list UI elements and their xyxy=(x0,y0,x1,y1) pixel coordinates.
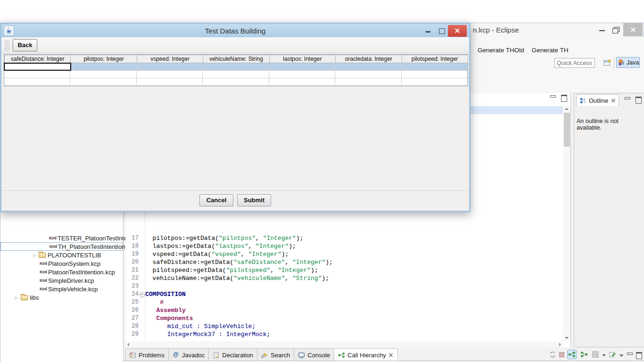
java-perspective-button[interactable]: J Java xyxy=(616,57,640,68)
code-line[interactable]: 22 vehiculeName:=getData("vehiculeName",… xyxy=(125,274,563,282)
explorer-item[interactable]: PLATOONTESTLIB xyxy=(0,251,123,259)
table-cell[interactable] xyxy=(336,63,402,70)
tab-call-hierarchy[interactable]: Call Hierarchy xyxy=(334,348,398,361)
minimize-view-icon[interactable] xyxy=(550,95,556,100)
quick-access-input[interactable] xyxy=(554,58,595,68)
restore-button[interactable] xyxy=(609,24,623,36)
code-line[interactable]: 27 Components xyxy=(125,314,563,322)
table-row[interactable] xyxy=(4,78,468,86)
code-line[interactable]: 23 xyxy=(125,282,563,290)
maximize-view-icon[interactable] xyxy=(636,352,642,357)
column-header[interactable]: pilotpos: Integer xyxy=(70,55,137,63)
scrollbar-thumb[interactable] xyxy=(564,113,570,147)
table-cell[interactable] xyxy=(203,78,269,85)
table-cell[interactable] xyxy=(70,78,136,85)
history-list-icon[interactable] xyxy=(592,351,599,358)
column-header[interactable]: vspeed: Integer xyxy=(137,55,203,63)
table-cell[interactable] xyxy=(402,71,468,78)
code-line[interactable]: 19 vspeed:=getData("vspeed", "Integer"); xyxy=(125,250,563,258)
explorer-item[interactable]: KmlTESTER_PlatoonTestInten xyxy=(0,234,123,242)
submit-button[interactable]: Submit xyxy=(237,194,271,206)
column-header[interactable]: lastpos: Integer xyxy=(269,55,336,63)
code-segment: "Integer" xyxy=(256,243,289,250)
editor-horizontal-scrollbar[interactable] xyxy=(125,341,563,347)
code-line[interactable]: 26 Assembly xyxy=(125,306,563,314)
table-cell[interactable] xyxy=(269,78,335,85)
explorer-item[interactable]: KmlTH_PlatoonTestIntention. xyxy=(0,242,123,251)
tab-search[interactable]: Search xyxy=(257,348,294,361)
maximize-button[interactable] xyxy=(435,25,448,36)
table-cell[interactable] xyxy=(137,71,203,78)
table-cell[interactable] xyxy=(335,71,401,78)
explorer-item[interactable]: KmlPlatoonSystem.kcp xyxy=(0,259,123,268)
expand-arrow-icon[interactable] xyxy=(33,252,39,259)
back-button[interactable]: Back xyxy=(13,39,37,51)
table-cell[interactable] xyxy=(203,71,269,78)
toolbar-grip-handle[interactable] xyxy=(4,40,9,51)
dialog-titlebar[interactable]: Test Datas Building xyxy=(1,24,469,37)
table-cell[interactable] xyxy=(269,71,335,78)
code-line[interactable]: 25 # xyxy=(125,298,563,306)
column-header[interactable]: safeDistance: Integer xyxy=(4,55,71,63)
close-icon[interactable] xyxy=(388,353,394,358)
chevron-down-icon[interactable] xyxy=(602,354,606,356)
show-caller-hierarchy-button[interactable] xyxy=(567,350,577,359)
stop-icon[interactable] xyxy=(559,352,564,357)
generate-th-button[interactable]: Generate TH xyxy=(532,47,569,54)
close-button[interactable] xyxy=(623,23,643,36)
table-cell[interactable] xyxy=(270,63,336,70)
maximize-view-icon[interactable] xyxy=(635,97,641,102)
explorer-item[interactable]: libs xyxy=(0,293,123,302)
minimize-button[interactable] xyxy=(595,24,609,36)
expand-arrow-icon[interactable] xyxy=(15,294,21,301)
table-cell[interactable] xyxy=(4,78,70,85)
code-line[interactable]: 20 safeDistance:=getData("safeDistance",… xyxy=(125,258,563,266)
table-cell[interactable] xyxy=(402,63,468,70)
code-line[interactable]: 24COMPOSITION xyxy=(125,290,563,298)
tab-label: Problems xyxy=(139,352,165,359)
code-line[interactable]: 29 IntegerMock37 : IntegerMock; xyxy=(125,330,563,338)
code-line[interactable]: 28 mid_cut : SimpleVehicle; xyxy=(125,322,563,330)
generate-thold-button[interactable]: Generate THOld xyxy=(478,47,524,54)
tab-label: Call Hierarchy xyxy=(347,352,386,359)
minimize-view-icon[interactable] xyxy=(624,97,630,102)
minimize-view-icon[interactable] xyxy=(627,352,633,357)
code-line[interactable]: 21 pilotspeed:=getData("pilotspeed", "In… xyxy=(125,266,563,274)
cancel-button[interactable]: Cancel xyxy=(199,194,233,206)
explorer-item[interactable]: KmlSimpleDriver.kcp xyxy=(0,276,123,285)
minimize-button[interactable] xyxy=(421,25,435,36)
editor-vertical-scrollbar[interactable] xyxy=(563,106,570,341)
table-row[interactable] xyxy=(4,71,468,78)
fold-minus-icon[interactable] xyxy=(139,290,145,298)
tab-javadoc[interactable]: Javadoc xyxy=(168,348,209,361)
refresh-icon[interactable] xyxy=(549,351,556,358)
table-row[interactable] xyxy=(4,63,468,71)
table-cell[interactable] xyxy=(71,63,137,70)
table-cell[interactable] xyxy=(402,78,468,85)
pin-view-icon[interactable] xyxy=(609,351,616,358)
table-cell[interactable] xyxy=(70,71,136,78)
table-cell[interactable] xyxy=(137,78,203,85)
cell-editor[interactable] xyxy=(4,63,71,71)
table-cell[interactable] xyxy=(203,63,269,70)
tab-declaration[interactable]: Declaration xyxy=(208,348,257,361)
tab-console[interactable]: Console xyxy=(294,348,334,361)
close-icon[interactable] xyxy=(611,98,616,103)
explorer-item[interactable]: KmlPlatoonTestIntention.kcp xyxy=(0,268,123,276)
open-perspective-icon[interactable] xyxy=(603,58,612,67)
show-callee-hierarchy-button[interactable] xyxy=(579,350,589,359)
tab-outline[interactable]: Outline xyxy=(576,94,619,106)
table-cell[interactable] xyxy=(137,63,203,70)
close-button[interactable] xyxy=(448,25,467,37)
table-cell[interactable] xyxy=(335,78,401,85)
table-cell[interactable] xyxy=(4,71,70,78)
column-header[interactable]: pilotspeed: Integer xyxy=(402,55,468,63)
code-line[interactable]: 18 lastpos:=getData("lastpos", "Integer"… xyxy=(125,242,563,250)
column-header[interactable]: oracledata: Integer xyxy=(335,55,402,63)
view-menu-icon[interactable] xyxy=(619,354,624,357)
code-line[interactable]: 17 pilotpos:=getData("pilotpos", "Intege… xyxy=(125,234,563,242)
explorer-item[interactable]: KmlSimpleVehicle.kcp xyxy=(0,285,123,293)
tab-problems[interactable]: Problems xyxy=(125,348,169,361)
column-header[interactable]: vehiculeName: String xyxy=(203,55,269,63)
maximize-view-icon[interactable] xyxy=(561,95,567,100)
